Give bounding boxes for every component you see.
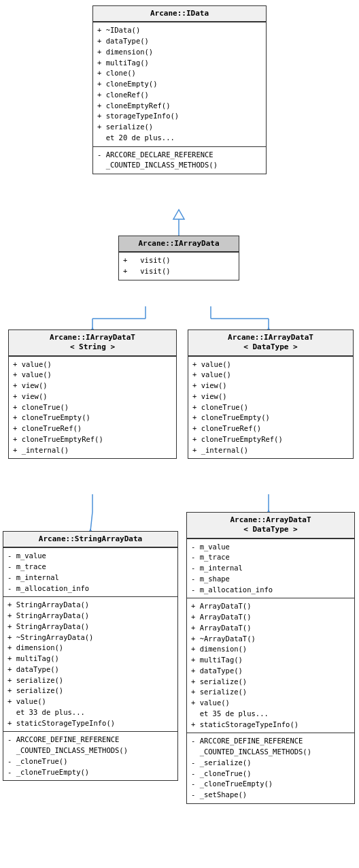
- s-item-7: + cloneTrueRef(): [13, 423, 172, 434]
- idata-title: Arcane::IData: [93, 6, 266, 22]
- s-item-6: + cloneTrueEmpty(): [13, 413, 172, 423]
- sa-item-6: + StringArrayData(): [7, 611, 173, 622]
- idata-item-4: + multiTag(): [97, 58, 262, 69]
- s-item-4: + view(): [13, 391, 172, 402]
- iarraydata-item-2: + visit(): [123, 266, 235, 277]
- ad-item-1: - m_value: [191, 542, 350, 553]
- iarraydata-section1: + visit() + visit(): [119, 252, 239, 280]
- iarraydatat-string-title: Arcane::IArrayDataT< String >: [9, 330, 176, 356]
- sa-item-9: + dimension(): [7, 643, 173, 654]
- sa-item-19: - _cloneTrue(): [7, 756, 173, 767]
- stringarraydata-box: Arcane::StringArrayData - m_value - m_tr…: [3, 531, 178, 781]
- d-item-3: + view(): [192, 381, 349, 391]
- sa-item-10: + multiTag(): [7, 654, 173, 664]
- arraydatat-title: Arcane::ArrayDataT< DataType >: [187, 513, 354, 539]
- idata-item-7: + cloneRef(): [97, 90, 262, 101]
- iarraydatat-datatype-box: Arcane::IArrayDataT< DataType > + value(…: [188, 329, 354, 459]
- arraydatat-section3: - ARCCORE_DEFINE_REFERENCE _COUNTED_INCL…: [187, 733, 354, 803]
- idata-item-5: + clone(): [97, 68, 262, 79]
- ad-item-14: + serialize(): [191, 687, 350, 698]
- idata-item-9: + storageTypeInfo(): [97, 111, 262, 122]
- idata-item-10: + serialize(): [97, 122, 262, 133]
- d-item-1: + value(): [192, 359, 349, 370]
- s-item-3: + view(): [13, 381, 172, 391]
- sa-item-1: - m_value: [7, 551, 173, 562]
- arraydatat-box: Arcane::ArrayDataT< DataType > - m_value…: [186, 512, 355, 804]
- iarraydatat-datatype-section1: + value() + value() + view() + view() + …: [188, 356, 353, 459]
- idata-item-12: - ARCCORE_DECLARE_REFERENCE: [97, 150, 262, 161]
- idata-item-8: + cloneEmptyRef(): [97, 101, 262, 112]
- sa-item-16: + staticStorageTypeInfo(): [7, 718, 173, 729]
- idata-item-3: + dimension(): [97, 47, 262, 58]
- ad-item-4: - m_shape: [191, 574, 350, 585]
- idata-item-6: + cloneEmpty(): [97, 79, 262, 90]
- sa-item-17: - ARCCORE_DEFINE_REFERENCE: [7, 735, 173, 745]
- s-item-2: + value(): [13, 370, 172, 381]
- ad-item-12: + dataType(): [191, 666, 350, 677]
- sa-item-3: - m_internal: [7, 573, 173, 583]
- ad-item-11: + multiTag(): [191, 655, 350, 666]
- stringarraydata-section1: - m_value - m_trace - m_internal - m_all…: [3, 547, 177, 596]
- s-item-1: + value(): [13, 359, 172, 370]
- d-item-6: + cloneTrueEmpty(): [192, 413, 349, 423]
- idata-item-13: _COUNTED_INCLASS_METHODS(): [97, 160, 262, 171]
- ad-item-19: _COUNTED_INCLASS_METHODS(): [191, 747, 350, 758]
- ad-item-21: - _cloneTrue(): [191, 769, 350, 779]
- idata-section1: + ~IData() + dataType() + dimension() + …: [93, 22, 266, 146]
- d-item-4: + view(): [192, 391, 349, 402]
- sa-item-5: + StringArrayData(): [7, 600, 173, 611]
- ad-item-2: - m_trace: [191, 552, 350, 563]
- sa-item-20: - _cloneTrueEmpty(): [7, 767, 173, 778]
- idata-item-2: + dataType(): [97, 36, 262, 47]
- idata-section2: - ARCCORE_DECLARE_REFERENCE _COUNTED_INC…: [93, 146, 266, 174]
- iarraydatat-datatype-title: Arcane::IArrayDataT< DataType >: [188, 330, 353, 356]
- sa-item-2: - m_trace: [7, 562, 173, 573]
- sa-item-15: et 33 de plus...: [7, 707, 173, 718]
- sa-item-14: + value(): [7, 696, 173, 707]
- d-item-8: + cloneTrueEmptyRef(): [192, 434, 349, 445]
- ad-item-8: + ArrayDataT(): [191, 623, 350, 634]
- stringarraydata-section3: - ARCCORE_DEFINE_REFERENCE _COUNTED_INCL…: [3, 731, 177, 780]
- sa-item-13: + serialize(): [7, 686, 173, 696]
- idata-item-1: + ~IData(): [97, 25, 262, 36]
- svg-line-12: [90, 512, 92, 531]
- ad-item-6: + ArrayDataT(): [191, 601, 350, 612]
- diagram-container: Arcane::IData + ~IData() + dataType() + …: [0, 0, 359, 868]
- arraydatat-section1: - m_value - m_trace - m_internal - m_sha…: [187, 539, 354, 598]
- iarraydata-item-1: + visit(): [123, 255, 235, 266]
- ad-item-15: + value(): [191, 698, 350, 709]
- ad-item-23: - _setShape(): [191, 790, 350, 801]
- ad-item-9: + ~ArrayDataT(): [191, 634, 350, 645]
- svg-marker-2: [173, 210, 184, 219]
- sa-item-11: + dataType(): [7, 664, 173, 675]
- s-item-9: + _internal(): [13, 445, 172, 456]
- ad-item-18: - ARCCORE_DEFINE_REFERENCE: [191, 736, 350, 747]
- sa-item-18: _COUNTED_INCLASS_METHODS(): [7, 745, 173, 756]
- idata-item-11: et 20 de plus...: [97, 133, 262, 144]
- iarraydatat-string-section1: + value() + value() + view() + view() + …: [9, 356, 176, 459]
- s-item-8: + cloneTrueEmptyRef(): [13, 434, 172, 445]
- d-item-2: + value(): [192, 370, 349, 381]
- sa-item-4: - m_allocation_info: [7, 583, 173, 594]
- iarraydata-box: Arcane::IArrayData + visit() + visit(): [118, 236, 239, 280]
- idata-box: Arcane::IData + ~IData() + dataType() + …: [92, 5, 267, 174]
- iarraydatat-string-box: Arcane::IArrayDataT< String > + value() …: [8, 329, 177, 459]
- ad-item-5: - m_allocation_info: [191, 585, 350, 596]
- ad-item-22: - _cloneTrueEmpty(): [191, 779, 350, 790]
- ad-item-13: + serialize(): [191, 677, 350, 688]
- d-item-9: + _internal(): [192, 445, 349, 456]
- ad-item-10: + dimension(): [191, 644, 350, 655]
- sa-item-12: + serialize(): [7, 675, 173, 686]
- ad-item-7: + ArrayDataT(): [191, 612, 350, 623]
- d-item-5: + cloneTrue(): [192, 402, 349, 413]
- arraydatat-section2: + ArrayDataT() + ArrayDataT() + ArrayDat…: [187, 598, 354, 733]
- iarraydata-title: Arcane::IArrayData: [119, 236, 239, 252]
- sa-item-7: + StringArrayData(): [7, 622, 173, 632]
- d-item-7: + cloneTrueRef(): [192, 423, 349, 434]
- ad-item-3: - m_internal: [191, 563, 350, 574]
- ad-item-20: - _serialize(): [191, 758, 350, 769]
- ad-item-17: + staticStorageTypeInfo(): [191, 720, 350, 730]
- sa-item-8: + ~StringArrayData(): [7, 632, 173, 643]
- s-item-5: + cloneTrue(): [13, 402, 172, 413]
- stringarraydata-title: Arcane::StringArrayData: [3, 532, 177, 547]
